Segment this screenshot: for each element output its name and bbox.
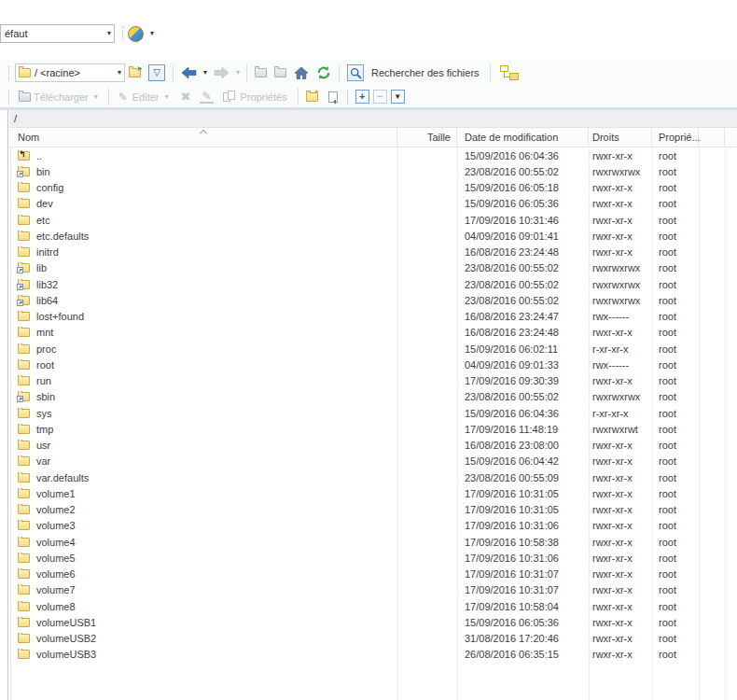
- table-row[interactable]: dev15/09/2016 06:05:36rwxr-xr-xroot: [9, 196, 737, 212]
- chevron-down-icon[interactable]: ▾: [147, 30, 157, 37]
- properties-button[interactable]: Propriétés: [218, 86, 293, 108]
- chevron-down-icon[interactable]: ▾: [115, 69, 124, 77]
- unselect-files-button[interactable]: −: [373, 90, 387, 104]
- folder-icon: [18, 425, 30, 434]
- file-owner: root: [652, 520, 699, 531]
- column-header-owner[interactable]: Proprié...: [652, 128, 699, 147]
- folder-icon: [18, 441, 30, 450]
- file-rights: rwxr-xr-x: [589, 440, 652, 451]
- folder-icon: [18, 618, 30, 627]
- table-row[interactable]: volume417/09/2016 10:58:38rwxr-xr-xroot: [9, 534, 737, 550]
- table-row[interactable]: volumeUSB115/09/2016 06:05:36rwxr-xr-xro…: [9, 614, 737, 630]
- create-file-button[interactable]: [323, 86, 343, 108]
- file-rights: rwxr-xr-x: [589, 150, 652, 161]
- file-date: 17/09/2016 09:30:39: [457, 375, 589, 386]
- table-row[interactable]: volume317/09/2016 10:31:06rwxr-xr-xroot: [9, 518, 737, 534]
- file-rights: rwxrwxrwx: [589, 279, 652, 290]
- column-header-name[interactable]: Nom: [9, 128, 397, 147]
- file-name-cell: volumeUSB1: [9, 617, 397, 628]
- filter-files-button[interactable]: ▼: [391, 90, 405, 104]
- create-directory-button[interactable]: ✦: [303, 86, 321, 108]
- folder-icon: [18, 553, 30, 563]
- parent-directory-button[interactable]: [252, 62, 270, 84]
- table-row[interactable]: etc17/09/2016 10:31:46rwxr-xr-xroot: [9, 212, 737, 228]
- table-row[interactable]: mnt16/08/2016 23:24:48rwxr-xr-xroot: [9, 325, 737, 341]
- chevron-down-icon[interactable]: ▾: [91, 93, 101, 101]
- current-path-bar[interactable]: /: [9, 110, 737, 128]
- file-name: lib64: [36, 295, 58, 306]
- table-row[interactable]: var15/09/2016 06:04:42rwxr-xr-xroot: [9, 454, 737, 469]
- table-row[interactable]: lost+found16/08/2016 23:24:47rwx------ro…: [9, 309, 737, 325]
- toolbar-grip[interactable]: [8, 66, 12, 80]
- table-row[interactable]: volumeUSB231/08/2016 17:20:46rwxr-xr-xro…: [9, 631, 737, 647]
- session-selector-value: éfaut: [5, 28, 104, 39]
- file-date: 15/09/2016 06:05:36: [457, 617, 589, 628]
- table-row[interactable]: ↗lib3223/08/2016 00:55:02rwxrwxrwxroot: [9, 276, 737, 292]
- file-owner: root: [652, 617, 699, 628]
- folder-icon: [18, 344, 30, 354]
- table-row[interactable]: volume817/09/2016 10:58:04rwxr-xr-xroot: [9, 598, 737, 614]
- back-button[interactable]: [178, 62, 200, 84]
- table-row[interactable]: usr16/08/2016 23:08:00rwxr-xr-xroot: [9, 438, 737, 454]
- table-row[interactable]: volume717/09/2016 10:31:07rwxr-xr-xroot: [9, 582, 737, 598]
- table-row[interactable]: config15/09/2016 06:05:18rwxr-xr-xroot: [9, 180, 737, 196]
- chevron-down-icon[interactable]: ▾: [233, 69, 243, 77]
- column-header-rights[interactable]: Droits: [589, 128, 652, 147]
- column-header-size[interactable]: Taille: [397, 128, 457, 147]
- table-row[interactable]: volume617/09/2016 10:31:07rwxr-xr-xroot: [9, 567, 737, 582]
- rename-button[interactable]: ✎: [197, 86, 216, 108]
- table-row[interactable]: root04/09/2016 09:01:33rwx------root: [9, 357, 737, 372]
- forward-button[interactable]: [211, 62, 232, 84]
- toolbar-grip[interactable]: [8, 90, 12, 104]
- session-color-button[interactable]: [125, 23, 146, 44]
- table-row[interactable]: ↗bin23/08/2016 00:55:02rwxrwxrwxroot: [9, 163, 737, 179]
- file-owner: root: [652, 198, 699, 209]
- table-row[interactable]: tmp17/09/2016 11:48:19rwxrwxrwtroot: [9, 421, 737, 437]
- file-date: 15/09/2016 06:04:36: [457, 150, 589, 161]
- toolbar-grip[interactable]: [347, 90, 351, 104]
- table-row[interactable]: sys15/09/2016 06:04:36r-xr-xr-xroot: [9, 405, 737, 421]
- table-row[interactable]: ↗lib6423/08/2016 00:55:02rwxrwxrwxroot: [9, 292, 737, 308]
- table-row[interactable]: etc.defaults04/09/2016 09:01:41rwxr-xr-x…: [9, 228, 737, 244]
- sync-browsing-button[interactable]: [495, 62, 523, 84]
- file-rights: rwx------: [589, 311, 652, 322]
- filter-button[interactable]: ▽: [146, 62, 168, 84]
- table-row[interactable]: run17/09/2016 09:30:39rwxr-xr-xroot: [9, 373, 737, 389]
- table-row[interactable]: ↗sbin23/08/2016 00:55:02rwxrwxrwxroot: [9, 389, 737, 405]
- file-date: 15/09/2016 06:04:42: [457, 455, 589, 467]
- table-row[interactable]: ↰..15/09/2016 06:04:36rwxr-xr-xroot: [9, 147, 737, 163]
- search-files-button[interactable]: Rechercher des fichiers: [343, 64, 486, 81]
- table-row[interactable]: volume217/09/2016 10:31:05rwxr-xr-xroot: [9, 502, 737, 518]
- edit-button[interactable]: ✎ Editer ▾: [114, 86, 174, 108]
- session-selector[interactable]: éfaut ▾: [0, 24, 115, 43]
- folder-icon: [18, 231, 30, 241]
- table-row[interactable]: ↗lib23/08/2016 00:55:02rwxrwxrwxroot: [9, 260, 737, 276]
- file-rights: rwxr-xr-x: [589, 231, 652, 242]
- download-button[interactable]: ↓ Télécharger ▾: [16, 86, 104, 108]
- filter-icon: ▽: [148, 64, 165, 81]
- table-row[interactable]: volumeUSB326/08/2016 06:35:15rwxr-xr-xro…: [9, 647, 737, 663]
- table-row[interactable]: var.defaults23/08/2016 00:55:09rwxr-xr-x…: [9, 469, 737, 485]
- column-header-date[interactable]: Date de modification: [457, 128, 589, 147]
- file-rights: rwxr-xr-x: [589, 215, 652, 226]
- chevron-down-icon[interactable]: ▾: [104, 30, 114, 37]
- table-row[interactable]: proc15/09/2016 06:02:11r-xr-xr-xroot: [9, 341, 737, 357]
- table-row[interactable]: volume117/09/2016 10:31:05rwxr-xr-xroot: [9, 485, 737, 501]
- select-files-button[interactable]: +: [355, 90, 369, 104]
- chevron-down-icon[interactable]: ▾: [162, 93, 172, 101]
- chevron-down-icon[interactable]: ▾: [201, 69, 210, 77]
- refresh-button[interactable]: [313, 62, 334, 84]
- open-directory-button[interactable]: ➤: [126, 62, 144, 84]
- home-directory-button[interactable]: [291, 62, 312, 84]
- table-row[interactable]: volume517/09/2016 10:31:06rwxr-xr-xroot: [9, 550, 737, 566]
- folder-icon: [18, 456, 30, 466]
- sort-ascending-icon: [201, 129, 206, 134]
- folder-icon: [18, 489, 30, 498]
- file-date: 26/08/2016 06:35:15: [457, 649, 589, 660]
- root-directory-button[interactable]: [271, 62, 289, 84]
- file-name: lib32: [36, 279, 58, 290]
- table-row[interactable]: initrd16/08/2016 23:24:48rwxr-xr-xroot: [9, 245, 737, 260]
- home-icon: [294, 66, 309, 80]
- directory-combobox[interactable]: / <racine> ▾: [15, 63, 125, 82]
- delete-button[interactable]: ✖: [176, 86, 196, 108]
